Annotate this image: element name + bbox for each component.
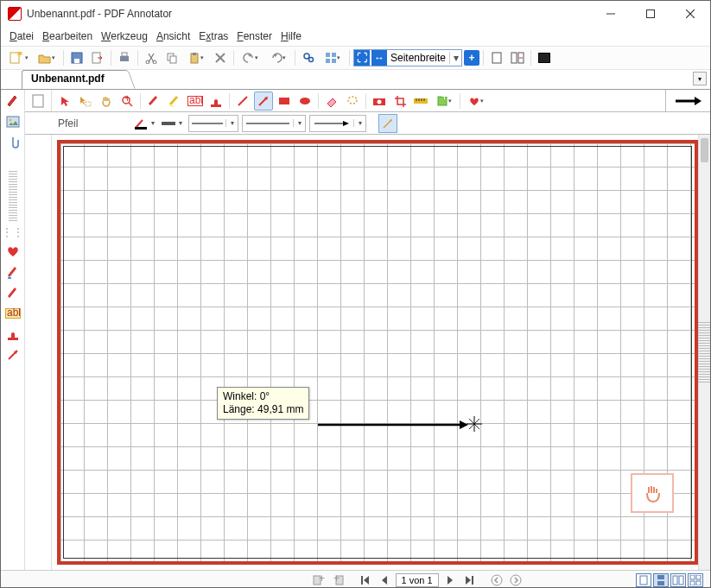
copy-button[interactable] — [162, 48, 181, 67]
snap-toggle[interactable] — [378, 114, 397, 133]
tool-eraser[interactable] — [322, 92, 341, 111]
organize-button[interactable]: ▾ — [320, 48, 346, 67]
tab-label: Unbenannt.pdf — [31, 73, 105, 85]
tool-pan[interactable] — [97, 92, 116, 111]
tool-highlighter[interactable] — [165, 92, 184, 111]
svg-line-44 — [238, 97, 247, 105]
find-button[interactable] — [299, 48, 318, 67]
tool-lasso[interactable] — [343, 92, 362, 111]
menu-edit[interactable]: Bearbeiten — [42, 30, 92, 42]
page[interactable]: Winkel: 0° Länge: 49,91 mm — [57, 140, 698, 565]
zoom-add-button[interactable]: + — [464, 50, 479, 66]
st-1[interactable] — [29, 138, 47, 155]
maximize-button[interactable] — [631, 1, 670, 27]
nav-forward[interactable] — [508, 573, 524, 587]
save-button[interactable] — [67, 48, 86, 67]
document-tab[interactable]: Unbenannt.pdf — [22, 70, 128, 89]
tool-rect[interactable] — [275, 92, 294, 111]
paste-button[interactable]: ▾ — [183, 48, 209, 67]
undo-button[interactable]: ▾ — [238, 48, 263, 67]
rail-textfield-icon[interactable]: abl — [5, 306, 21, 321]
tool-text[interactable]: abl — [186, 92, 205, 111]
arrow-style-select[interactable]: ▾ — [309, 115, 366, 132]
rail-pen-icon[interactable] — [5, 93, 21, 109]
left-rail: ⋮⋮ abl — [1, 90, 25, 570]
sb-insert-after[interactable]: + — [330, 573, 346, 587]
minimize-button[interactable] — [591, 1, 631, 27]
tool-line[interactable] — [233, 92, 252, 111]
scrollbar-thumb[interactable] — [701, 138, 708, 162]
crosshair-cursor — [467, 416, 482, 432]
nav-first[interactable] — [358, 573, 373, 587]
canvas[interactable]: Winkel: 0° Länge: 49,91 mm — [52, 135, 710, 570]
line-style-select[interactable]: ▾ — [242, 115, 306, 132]
menu-tool[interactable]: Werkzeug — [101, 30, 148, 42]
palm-rejection-button[interactable] — [631, 473, 674, 513]
fill-picker[interactable]: ▾ — [161, 115, 185, 132]
menu-view[interactable]: Ansicht — [156, 30, 190, 42]
tool-pointer[interactable] — [55, 92, 74, 111]
tab-list-dropdown[interactable]: ▾ — [693, 72, 707, 85]
svg-rect-75 — [472, 576, 473, 585]
tooltip-length-value: 49,91 mm — [257, 403, 303, 415]
menu-window[interactable]: Fenster — [237, 30, 272, 42]
fit-width-icon[interactable]: ↔ — [371, 50, 387, 66]
right-grip[interactable] — [698, 322, 710, 383]
tool-camera[interactable] — [370, 92, 389, 111]
nav-back[interactable] — [489, 573, 505, 587]
tool-pen[interactable] — [144, 92, 163, 111]
big-arrow-button[interactable] — [665, 90, 710, 112]
rail-grip[interactable] — [9, 169, 17, 221]
view-two-continuous[interactable] — [688, 573, 703, 587]
tool-measure[interactable] — [411, 92, 430, 111]
svg-rect-40 — [169, 105, 175, 107]
fullscreen-button[interactable] — [535, 48, 554, 67]
tool-arrow[interactable] — [254, 92, 273, 111]
rail-more-icon[interactable]: ⋮⋮ — [2, 226, 24, 238]
new-doc-button[interactable]: ✶▾ — [6, 48, 32, 67]
fit-home-icon[interactable]: ⛶ — [354, 50, 370, 66]
cut-button[interactable] — [142, 48, 161, 67]
tool-stamp[interactable] — [206, 92, 225, 111]
nav-last[interactable] — [461, 573, 477, 587]
view-continuous[interactable] — [653, 573, 669, 587]
view-single[interactable] — [636, 573, 651, 587]
tool-favorite[interactable]: ▾ — [464, 92, 488, 111]
close-button[interactable] — [670, 1, 710, 27]
page-input[interactable] — [396, 573, 439, 587]
single-page-button[interactable] — [487, 48, 506, 67]
redo-button[interactable]: ▾ — [265, 48, 291, 67]
delete-button[interactable] — [211, 48, 230, 67]
menu-extras[interactable]: Extras — [199, 30, 228, 42]
rail-pen2-icon[interactable] — [5, 264, 21, 280]
tool-zoom[interactable]: + — [117, 92, 136, 111]
nav-prev[interactable] — [377, 573, 392, 587]
view-two-up[interactable] — [670, 573, 686, 587]
sb-insert-before[interactable]: + — [311, 573, 327, 587]
two-page-button[interactable] — [508, 48, 527, 67]
tool-more[interactable]: +▾ — [432, 92, 456, 111]
line-width-select[interactable]: ▾ — [188, 115, 238, 132]
tool-crop[interactable] — [390, 92, 409, 111]
rail-favorite-icon[interactable] — [5, 243, 21, 259]
rail-attach-icon[interactable] — [5, 135, 21, 150]
rail-pen3-icon[interactable] — [5, 285, 21, 300]
export-button[interactable] — [88, 48, 107, 67]
drawn-arrow[interactable] — [316, 423, 468, 427]
rail-arrow-icon[interactable] — [5, 347, 21, 363]
print-button[interactable] — [115, 48, 134, 67]
tool-ellipse[interactable] — [295, 92, 314, 111]
open-button[interactable]: ▾ — [34, 48, 60, 67]
rail-image-icon[interactable] — [5, 114, 21, 130]
menu-file[interactable]: Datei — [10, 30, 34, 42]
color-picker[interactable]: ▾ — [133, 115, 157, 132]
zoom-select[interactable]: ⛶ ↔ Seitenbreite ▾ — [353, 49, 462, 66]
app-icon — [8, 7, 22, 21]
page-mode-icon[interactable] — [25, 90, 52, 111]
svg-point-50 — [378, 99, 382, 104]
zoom-dropdown-icon[interactable]: ▾ — [449, 52, 461, 64]
nav-next[interactable] — [442, 573, 458, 587]
tool-select[interactable] — [76, 92, 95, 111]
rail-stamp-icon[interactable] — [5, 326, 21, 342]
menu-help[interactable]: Hilfe — [281, 30, 302, 42]
